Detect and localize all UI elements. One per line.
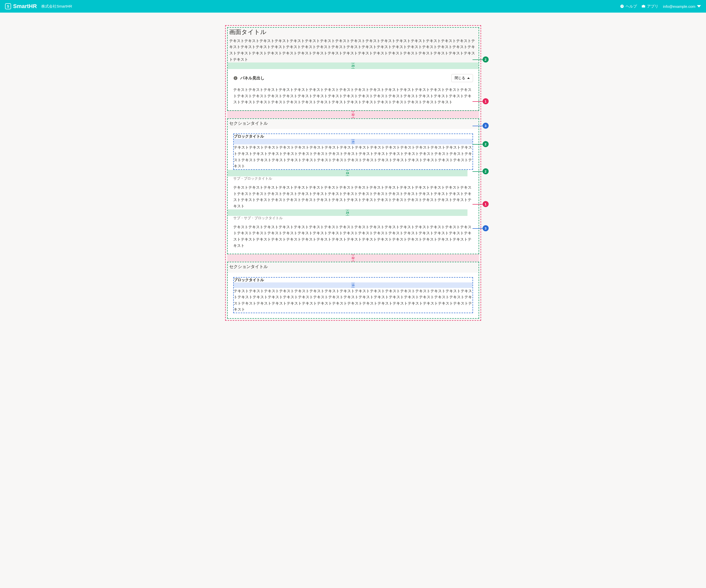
user-menu[interactable]: info@example.com [663, 4, 701, 8]
frame-24-green-section-2: セクションタイトル ブロックタイトル 16 テキストテキストテキストテキストテキ… [227, 262, 479, 319]
frame-16-blue: ブロックタイトル 16 テキストテキストテキストテキストテキストテキストテキスト… [233, 277, 473, 313]
panel-body-text: テキストテキストテキストテキストテキストテキストテキストテキストテキストテキスト… [233, 87, 473, 105]
svg-rect-6 [235, 77, 236, 78]
block-title: ブロックタイトル [234, 278, 473, 283]
spacing-band-32: 32 [227, 111, 479, 118]
section-1-white-block: ブロックタイトル 16 テキストテキストテキストテキストテキストテキストテキスト… [228, 129, 479, 254]
panel-close-button[interactable]: 閉じる [451, 74, 473, 82]
frame-24-green-section-1: セクションタイトル ブロックタイトル 16 テキストテキストテキストテキストテキ… [227, 118, 479, 254]
app-name: SmartHR [13, 3, 37, 9]
block-text: テキストテキストテキストテキストテキストテキストテキストテキストテキストテキスト… [234, 144, 473, 169]
svg-rect-3 [643, 5, 644, 5]
annotation-badge-2: 2 [483, 56, 489, 62]
sub-sub-block-text: テキストテキストテキストテキストテキストテキストテキストテキストテキストテキスト… [233, 224, 473, 249]
sub-block-text: テキストテキストテキストテキストテキストテキストテキストテキストテキストテキスト… [233, 184, 473, 209]
annotation-badge-2: 2 [483, 141, 489, 147]
frame-32-red: 画面タイトル テキストテキストテキストテキストテキストテキストテキストテキストテ… [225, 25, 481, 321]
logo-mark-icon: S [5, 3, 11, 9]
spacing-band-16: 16 [234, 139, 473, 144]
block-text: テキストテキストテキストテキストテキストテキストテキストテキストテキストテキスト… [234, 288, 473, 313]
help-icon: ? [620, 4, 624, 8]
apps-label: アプリ [647, 4, 658, 9]
page-lead-text: テキストテキストテキストテキストテキストテキストテキストテキストテキストテキスト… [229, 38, 477, 63]
annotation-badge-3: 3 [483, 225, 489, 231]
panel-close-label: 閉じる [455, 76, 465, 80]
tenant-name: 株式会社SmartHR [41, 4, 72, 9]
help-label: ヘルプ [626, 4, 637, 9]
frame-16-blue: ブロックタイトル 16 テキストテキストテキストテキストテキストテキストテキスト… [233, 133, 473, 170]
svg-rect-2 [642, 5, 645, 7]
annotation-badge-3: 3 [483, 123, 489, 129]
spacing-band-24: 24 [228, 170, 467, 176]
svg-text:?: ? [622, 5, 623, 7]
caret-up-icon [467, 77, 470, 79]
panel-heading: パネル見出し [240, 76, 265, 81]
spacing-band-16: 16 [234, 283, 473, 288]
sub-block-title: サブ・ブロックタイトル [233, 176, 473, 181]
block-title: ブロックタイトル [234, 134, 473, 139]
annotation-badge-1: 1 [483, 98, 489, 104]
spacing-band-24: 24 [228, 62, 479, 69]
help-link[interactable]: ? ヘルプ [620, 4, 637, 9]
caret-down-icon [697, 4, 701, 8]
app-header: S SmartHR 株式会社SmartHR ? ヘルプ アプリ info@exa… [0, 0, 706, 12]
sub-sub-block-title: サブ・サブ・ブロックタイトル [233, 216, 473, 220]
svg-rect-5 [235, 78, 236, 79]
frame-24-green-intro: 画面タイトル テキストテキストテキストテキストテキストテキストテキストテキストテ… [227, 27, 479, 111]
info-icon [233, 76, 238, 80]
page-title: 画面タイトル [229, 28, 477, 36]
section-title: セクションタイトル [229, 263, 477, 270]
app-logo: S SmartHR [5, 3, 37, 9]
apps-icon [641, 4, 645, 8]
section-title: セクションタイトル [229, 120, 477, 126]
section-2-white-block: ブロックタイトル 16 テキストテキストテキストテキストテキストテキストテキスト… [228, 272, 479, 319]
user-email: info@example.com [663, 4, 695, 8]
info-panel: パネル見出し 閉じる テキストテキストテキストテキストテキストテキストテキストテ… [228, 69, 479, 110]
apps-link[interactable]: アプリ [641, 4, 658, 9]
spacing-band-24: 24 [228, 209, 467, 216]
spacing-band-32: 32 [227, 254, 479, 262]
annotation-badge-1: 1 [483, 201, 489, 207]
annotation-badge-2: 2 [483, 168, 489, 174]
